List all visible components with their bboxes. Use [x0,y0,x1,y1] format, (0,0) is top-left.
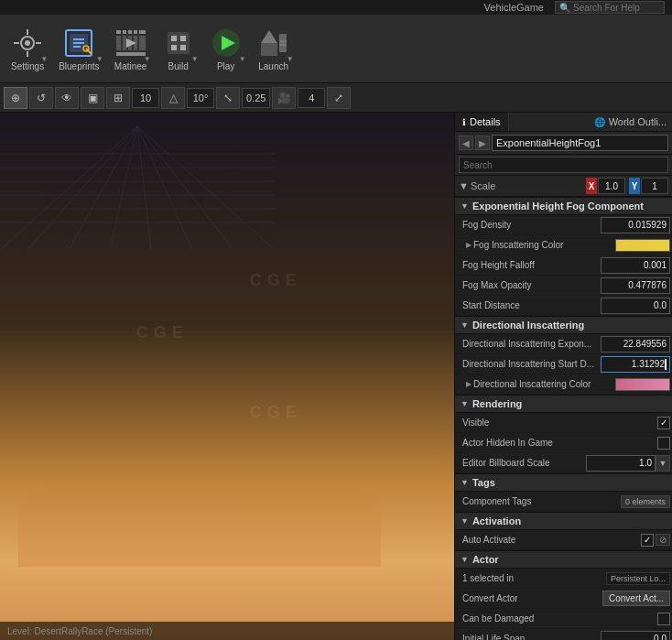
camera-tool-btn[interactable]: 🎥 [272,87,296,109]
scale-y-input[interactable] [641,178,668,194]
selected-in-row: 1 selected in Persistent Lo... [455,569,672,589]
details-tab-icon: ℹ [462,117,466,127]
scale-y-field: Y [629,178,668,194]
svg-line-40 [69,126,137,250]
orbit-tool-btn[interactable]: ↺ [29,87,53,109]
fog-inscattering-color-swatch[interactable] [615,239,670,252]
fog-section-header[interactable]: ▼ Exponential Height Fog Component [455,197,672,215]
svg-line-44 [137,126,233,250]
matinee-dropdown-arrow: ▼ [144,55,151,63]
dir-inscattering-exp-value[interactable]: 22.849556 [601,336,670,353]
rendering-section-header[interactable]: ▼ Rendering [455,395,672,413]
component-name-input[interactable] [492,135,668,151]
selected-in-label: 1 selected in [462,573,606,583]
billboard-scale-dropdown[interactable]: ▼ [656,455,670,472]
tags-section-header[interactable]: ▼ Tags [455,473,672,492]
visible-checkbox[interactable] [657,417,670,429]
nav-forward-btn[interactable]: ▶ [475,136,490,150]
directional-section-arrow: ▼ [461,320,469,330]
directional-section-header[interactable]: ▼ Directional Inscattering [455,316,672,334]
auto-activate-label: Auto Activate [462,535,641,545]
visible-row: Visible [455,413,672,433]
search-icon: 🔍 [559,3,570,13]
component-tags-row: Component Tags 0 elements [455,492,672,512]
settings-dropdown-arrow: ▼ [40,55,48,63]
details-tab[interactable]: ℹ Details [455,113,509,131]
initial-life-span-label: Initial Life Span [462,634,601,640]
scale-x-input[interactable] [598,178,625,194]
fog-max-opacity-label: Fog Max Opacity [462,280,601,290]
activation-section-arrow: ▼ [461,516,469,526]
search-help-box[interactable]: 🔍 [555,1,665,14]
fog-density-label: Fog Density [462,220,601,230]
viewport-level-info: Level: DesertRallyRace (Persistent) [0,622,454,640]
svg-line-43 [137,126,192,250]
fog-height-falloff-label: Fog Height Falloff [462,260,601,270]
auto-activate-extra-btn[interactable]: ⊘ [656,534,670,546]
settings-label: Settings [11,61,44,71]
actor-hidden-checkbox[interactable] [657,437,670,450]
details-header: ◀ ▶ [455,132,672,155]
tags-section-arrow: ▼ [461,478,469,487]
build-button[interactable]: Build ▼ [155,17,202,80]
scale-dropdown-arrow[interactable]: ▼ [459,180,469,191]
start-distance-value[interactable]: 0.0 [601,298,670,314]
angle-tool-btn[interactable]: △ [161,87,185,109]
play-button[interactable]: Play ▼ [202,17,250,80]
rendering-section-label: Rendering [472,398,522,409]
select-tool-btn[interactable]: ⊕ [4,87,27,109]
auto-activate-row: Auto Activate ⊘ [455,530,672,550]
fog-max-opacity-row: Fog Max Opacity 0.477876 [455,276,672,296]
svg-marker-28 [261,30,277,43]
svg-rect-20 [168,32,190,54]
start-distance-label: Start Distance [462,300,601,310]
matinee-button[interactable]: Matinee ▼ [107,17,155,80]
svg-rect-29 [279,34,287,52]
world-outliner-tab[interactable]: 🌐 World Outli... [509,113,672,131]
top-bar: VehicleGame 🔍 [0,0,672,15]
blueprints-button[interactable]: Blueprints ▼ [51,17,106,80]
details-search-input[interactable] [459,157,668,173]
fog-max-opacity-value[interactable]: 0.477876 [601,277,670,294]
box-tool-btn[interactable]: ▣ [81,87,104,109]
fog-height-falloff-value[interactable]: 0.001 [601,257,670,274]
actor-section-header[interactable]: ▼ Actor [455,550,672,569]
convert-actor-button[interactable]: Convert Act... [602,591,670,606]
search-help-input[interactable] [573,3,660,13]
second-toolbar: ⊕ ↺ 👁 ▣ ⊞ 10 △ 10° ⤡ 0.25 🎥 4 ⤢ [0,83,672,113]
blueprints-icon [62,27,95,60]
viewport[interactable]: CGE CGE CGE Level: DesertRallyRace (Pers… [0,113,454,640]
billboard-scale-value[interactable]: 1.0 [586,455,656,472]
dir-inscattering-exp-row: Directional Inscattering Expon... 22.849… [455,334,672,354]
settings-button[interactable]: Settings ▼ [4,17,51,80]
grid-tool-btn[interactable]: ⊞ [106,87,130,109]
maximize-btn[interactable]: ⤢ [327,87,351,109]
settings-icon [11,27,44,60]
fog-density-value[interactable]: 0.015929 [601,217,670,233]
launch-label: Launch [258,61,288,71]
dir-inscattering-color-expand[interactable]: ▶ [462,380,473,388]
svg-line-38 [0,126,137,250]
scale-tool-btn[interactable]: ⤡ [216,87,240,109]
component-tags-label: Component Tags [462,496,621,506]
launch-button[interactable]: Launch ▼ [250,17,298,80]
svg-line-39 [27,126,137,250]
dir-inscattering-color-row: ▶ Directional Inscattering Color [455,374,672,395]
view-tool-btn[interactable]: 👁 [55,87,79,109]
dir-inscattering-start-value[interactable]: 1.31292 [601,356,670,373]
dir-inscattering-color-swatch[interactable] [615,378,670,391]
auto-activate-checkbox[interactable] [641,534,654,547]
camera-speed-value: 4 [298,88,325,108]
svg-point-1 [25,40,30,46]
convert-actor-row: Convert Actor Convert Act... [455,589,672,609]
can-be-damaged-checkbox[interactable] [657,613,670,625]
details-tab-label: Details [470,116,501,127]
fog-inscattering-expand[interactable]: ▶ [462,241,473,249]
initial-life-span-value[interactable]: 0.0 [601,631,670,641]
nav-back-btn[interactable]: ◀ [459,136,473,150]
activation-section-header[interactable]: ▼ Activation [455,512,672,530]
can-be-damaged-row: Can be Damaged [455,609,672,629]
dir-inscattering-start-row: Directional Inscattering Start D... 1.31… [455,354,672,374]
play-icon [210,27,243,60]
svg-rect-24 [180,45,186,50]
